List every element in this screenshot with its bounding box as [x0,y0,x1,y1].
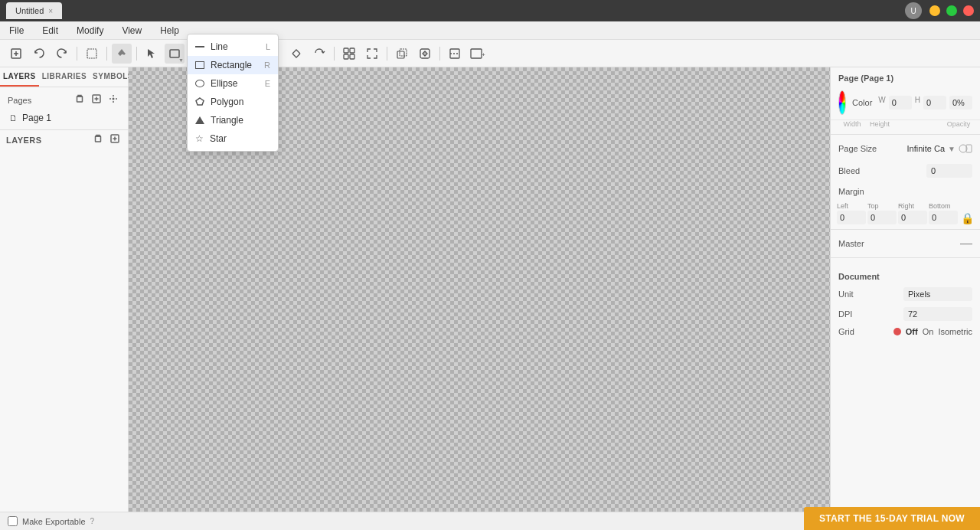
document-tab[interactable]: Untitled × [6,2,62,19]
svg-point-32 [109,98,111,100]
shape-line-item[interactable]: Line L [188,38,278,56]
grid-isometric-button[interactable]: Isometric [938,327,972,336]
margin-bottom-field: Bottom [929,202,958,224]
maximize-button[interactable] [946,5,957,16]
color-picker-button[interactable] [838,90,846,115]
shape-triangle-label: Triangle [211,115,243,126]
margin-right-input[interactable] [898,211,927,224]
grid-label: Grid [838,327,854,336]
settings-page-button[interactable] [106,93,120,106]
new-page-button[interactable] [6,44,26,64]
shape-star-label: Star [210,133,227,144]
opacity-input[interactable] [949,96,972,110]
avatar[interactable]: U [905,2,922,19]
menu-bar: File Edit Modify View Help [0,21,980,40]
tab-layers[interactable]: LAYERS [0,67,39,87]
margin-lock-icon[interactable]: 🔒 [961,212,974,224]
rect-icon [195,61,204,69]
redo-button[interactable] [52,44,72,64]
export-help-icon[interactable]: ? [90,517,95,525]
margin-left-input[interactable] [837,211,866,224]
toolbar-separator-1 [77,47,77,61]
margin-label-row: Margin [831,182,980,201]
margin-top-field: Top [867,202,897,224]
toolbar-separator-3 [136,47,137,61]
trial-banner[interactable]: START The 15-Day TRIAL NOW [804,507,980,530]
bleed-input[interactable] [926,164,972,178]
boolean-button[interactable] [392,44,412,64]
margin-right-label: Right [898,202,927,210]
export-button[interactable]: + [468,44,488,64]
line-icon [195,46,204,47]
dpi-input[interactable] [903,307,972,321]
unit-row: Unit Pixels Points Millimeters Centimete… [831,284,980,304]
make-exportable-checkbox[interactable] [8,516,18,526]
shape-polygon-item[interactable]: Polygon [188,93,278,111]
master-row: Master — [831,233,980,254]
toolbar-separator-7 [439,47,440,61]
height-input[interactable] [923,96,946,110]
svg-rect-5 [170,50,179,57]
slice-button[interactable] [445,44,465,64]
margin-inputs-row: Left Top Right Bottom 🔒 [831,201,980,226]
shape-star-item[interactable]: ☆ Star [188,129,278,148]
zoom-fit-button[interactable] [82,44,102,64]
add-page-button[interactable] [90,93,103,106]
page-properties-title: Page (Page 1) [831,67,980,86]
rect-shortcut: R [264,61,270,70]
pages-header-actions [73,93,120,106]
mask-button[interactable] [415,44,435,64]
flip-button[interactable] [286,44,306,64]
page-size-value[interactable]: Infinite Ca ▼ [907,142,972,155]
toolbar-separator-6 [387,47,387,61]
undo-button[interactable] [29,44,49,64]
ellipse-icon [195,80,204,87]
tab-libraries[interactable]: LIBRARIES [39,67,90,87]
select-tool-button[interactable] [142,44,162,64]
grid-off-button[interactable]: Off [906,327,918,336]
add-layer-button[interactable] [108,133,122,146]
unit-select[interactable]: Pixels Points Millimeters Centimeters In… [903,287,972,301]
shape-dropdown-menu: Line L Rectangle R Ellipse E Polygon Tri… [187,34,279,152]
grid-on-button[interactable]: On [923,327,934,336]
expand-button[interactable] [362,44,382,64]
page-1-item[interactable]: 🗋 Page 1 [3,110,125,126]
svg-rect-13 [344,48,348,53]
delete-layer-button[interactable] [91,133,105,146]
grid-row: Grid Off On Isometric [831,324,980,339]
tab-close-button[interactable]: × [48,7,53,15]
bleed-label: Bleed [838,166,860,175]
margin-top-label: Top [867,202,897,210]
dpi-label: DPI [838,309,852,319]
shape-tool-button[interactable]: ▼ [165,44,185,64]
master-dash: — [960,237,972,250]
layers-section: Layers [0,129,128,512]
menu-edit[interactable]: Edit [39,24,61,38]
width-input[interactable] [889,96,912,110]
menu-help[interactable]: Help [157,24,182,38]
minimize-button[interactable] [929,5,940,16]
svg-rect-14 [350,48,354,53]
h-label: H [915,96,920,110]
triangle-icon [195,116,204,124]
toolbar-separator-2 [106,47,107,61]
svg-point-29 [113,98,115,100]
svg-point-31 [113,101,114,103]
paint-bucket-button[interactable] [112,44,132,64]
svg-point-30 [113,95,114,97]
shape-triangle-item[interactable]: Triangle [188,111,278,129]
delete-page-button[interactable] [73,93,87,106]
menu-file[interactable]: File [6,24,27,38]
shape-rectangle-item[interactable]: Rectangle R [188,56,278,74]
shape-ellipse-item[interactable]: Ellipse E [188,74,278,93]
menu-view[interactable]: View [119,24,145,38]
rotate-button[interactable] [309,44,329,64]
svg-text:+: + [482,51,485,58]
margin-top-input[interactable] [867,211,897,224]
close-button[interactable] [963,5,974,16]
margin-bottom-input[interactable] [929,211,958,224]
group-button[interactable] [339,44,359,64]
menu-modify[interactable]: Modify [74,24,106,38]
bleed-row: Bleed [831,159,980,182]
ellipse-shortcut: E [265,79,270,88]
